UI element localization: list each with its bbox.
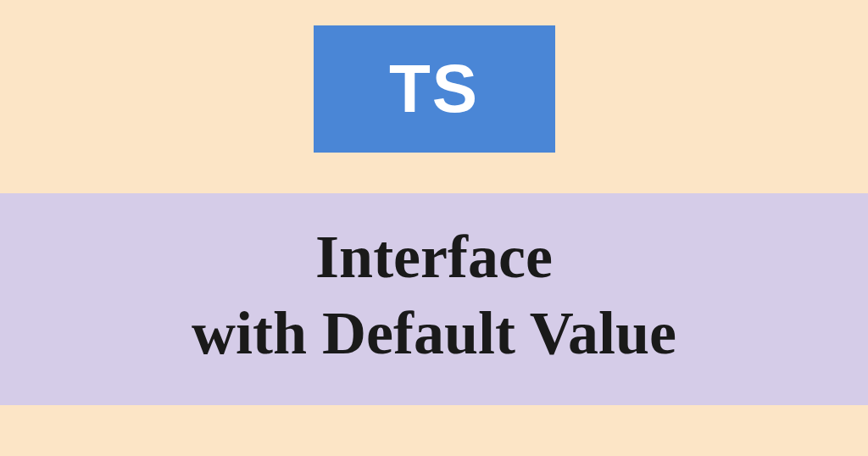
title-line-2: with Default Value bbox=[192, 295, 676, 371]
typescript-logo-text: TS bbox=[389, 50, 479, 128]
title-line-1: Interface bbox=[315, 219, 553, 295]
title-band: Interface with Default Value bbox=[0, 193, 868, 405]
typescript-logo-box: TS bbox=[314, 25, 555, 153]
